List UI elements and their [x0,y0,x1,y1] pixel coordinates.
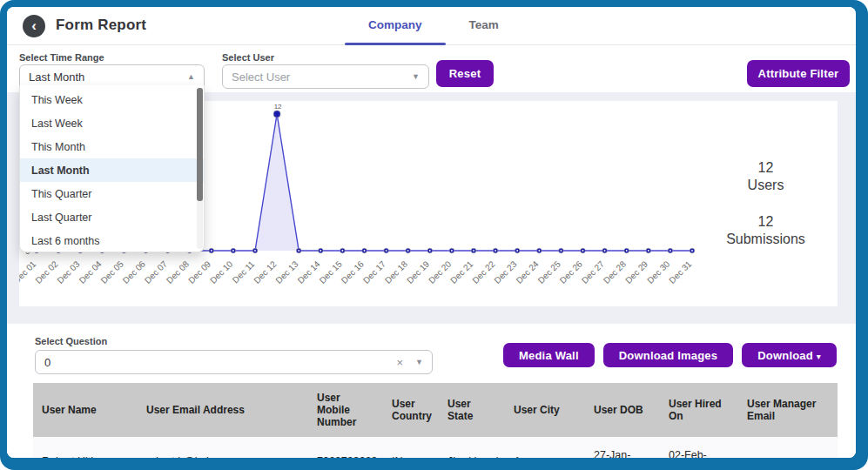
time-range-option[interactable]: Last Month [20,158,204,182]
x-axis-label: Dec 17 [361,258,387,285]
submissions-label: Submissions [694,231,838,248]
x-axis-label: Dec 07 [143,258,169,285]
x-axis-label: Dec 11 [231,258,257,285]
table-cell: IN [383,437,439,458]
time-range-option[interactable]: Last Week [20,111,204,135]
user-select[interactable]: Select User ▼ [222,64,429,89]
chart-point-center [429,250,431,252]
results-table: User NameUser Email AddressUser Mobile N… [33,383,838,458]
reset-button[interactable]: Reset [436,60,494,87]
attribute-filter-button[interactable]: Attribute Filter [747,60,850,87]
submissions-stat: 12 Submissions [694,213,838,248]
column-header: User Email Address [138,383,308,437]
media-wall-button[interactable]: Media Wall [503,343,595,367]
x-axis-label: Dec 08 [165,258,191,285]
chart-point-center [473,250,474,252]
column-header: User Country [383,383,439,437]
table-cell [738,437,838,458]
x-axis-label: Dec 13 [273,258,299,285]
chevron-down-icon[interactable]: ▼ [415,358,423,366]
chart-point-center [320,250,321,252]
user-select-label: Select User [222,52,274,63]
chevron-down-icon: ▼ [412,72,420,81]
clear-icon[interactable]: × [396,356,403,369]
users-label: Users [694,177,838,194]
x-axis-label: Dec 04 [77,258,104,285]
chart-point-center [451,250,453,252]
dropdown-scrollbar[interactable] [197,88,203,249]
download-images-button[interactable]: Download Images [603,343,734,367]
chart-point-center [364,250,366,252]
tab-team[interactable]: Team [446,7,522,45]
x-axis-label: Dec 12 [252,258,278,285]
chart-point-center [691,250,693,252]
x-axis-label: Dec 06 [121,258,147,285]
action-buttons: Media Wall Download Images Download ▾ [503,343,837,367]
x-axis-label: Dec 29 [623,258,649,285]
x-axis-label: Dec 18 [383,258,409,285]
x-axis-label: Dec 27 [580,258,606,285]
page-title: Form Report [56,17,146,34]
x-axis-label: Dec 22 [470,258,496,285]
column-header: User City [505,383,585,437]
chart-point-center [538,250,540,252]
column-header: User Hired On [660,383,738,437]
chart-point-center [407,250,409,252]
table-cell: Robert Hitler [33,437,138,458]
chart-point-center [211,250,212,252]
user-select-placeholder: Select User [232,70,290,84]
chart-point-center [495,250,496,252]
chart-point-center [604,250,606,252]
question-select[interactable]: 0 × ▼ [35,350,433,374]
peak-value-label: 12 [274,103,282,111]
dropdown-scrollbar-thumb[interactable] [197,88,203,201]
table-cell: 27-Jan-1998 [585,437,660,458]
table-cell: 7329723923 [308,437,383,458]
chart-point-center [626,250,628,252]
time-range-option[interactable]: Last 6 months [20,229,204,252]
users-count: 12 [694,159,838,177]
x-axis-label: Dec 14 [296,258,322,285]
back-chevron-icon: ‹ [31,18,37,33]
chart-point-center [516,250,518,252]
table-cell: robert.h@bsharpcorp.com [138,437,308,458]
users-stat: 12 Users [694,159,838,194]
x-axis-label: Dec 26 [558,258,584,285]
column-header: User State [439,383,505,437]
time-range-option[interactable]: This Quarter [20,182,204,205]
download-menu-button[interactable]: Download ▾ [742,343,837,367]
header: ‹ Form Report Company Team [7,7,856,45]
table-cell: Ara [505,437,585,458]
time-range-value: Last Month [29,70,84,84]
x-axis-label: Dec 05 [99,258,125,285]
x-axis-label: Dec 10 [208,258,234,285]
x-axis-label: Dec 31 [667,258,693,285]
chart-point-center [342,250,344,252]
time-range-option[interactable]: This Week [20,88,204,111]
column-header: User Manager Email [738,383,838,437]
x-axis-label: Dec 25 [536,258,562,285]
question-select-label: Select Question [35,336,107,346]
tab-bar: Company Team [345,7,522,45]
chart-point-center [386,250,387,252]
chart-point-center [254,250,256,252]
time-range-option[interactable]: This Month [20,135,204,158]
chart-point[interactable] [273,111,280,118]
x-axis-label: Dec 23 [492,258,518,285]
column-header: User Mobile Number [308,383,383,437]
x-axis-label: Dec 21 [448,258,474,285]
column-header: User Name [33,383,138,437]
x-axis-label: Dec 09 [186,258,212,285]
back-button[interactable]: ‹ [23,15,45,37]
x-axis-label: Dec 02 [33,258,59,285]
time-range-label: Select Time Range [19,52,104,63]
time-range-dropdown: This WeekLast WeekThis MonthLast MonthTh… [19,85,205,252]
x-axis-label: Dec 30 [645,258,671,285]
chart-point-center [232,250,234,252]
summary-stats: 12 Users 12 Submissions [694,101,838,306]
submissions-count: 12 [694,213,838,231]
table-row[interactable]: Robert Hitlerrobert.h@bsharpcorp.com7329… [33,437,838,458]
tab-company[interactable]: Company [345,7,446,45]
time-range-option[interactable]: Last Quarter [20,205,204,229]
question-section: Select Question 0 × ▼ Media Wall Downloa… [7,324,856,458]
